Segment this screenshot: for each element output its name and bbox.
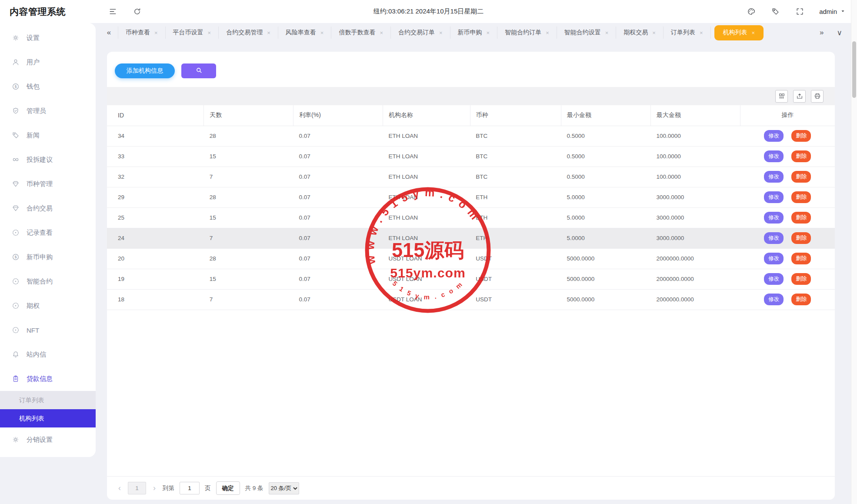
tabs-dropdown[interactable]: ∨: [837, 28, 842, 37]
sidebar-item-4[interactable]: 管理员: [0, 99, 96, 123]
sidebar-item-1[interactable]: 设置: [0, 26, 96, 50]
delete-button[interactable]: 删除: [791, 212, 811, 224]
cell-id: 32: [107, 167, 204, 187]
tab-11[interactable]: 订单列表×: [664, 27, 711, 39]
sidebar-item-16[interactable]: 分销设置: [0, 427, 96, 452]
sidebar-item-9[interactable]: 记录查看: [0, 220, 96, 245]
tab-5[interactable]: 倍数手数查看×: [331, 27, 391, 39]
sidebar-item-2[interactable]: 用户: [0, 50, 96, 74]
infinity-icon: [12, 156, 20, 164]
tag-icon[interactable]: [770, 7, 780, 17]
cell-name: USDT LOAN: [383, 269, 470, 289]
menu-fold-icon[interactable]: [108, 7, 117, 17]
columns-tool-button[interactable]: [775, 90, 788, 103]
edit-button[interactable]: 修改: [764, 171, 784, 183]
tab-2[interactable]: 平台币设置×: [166, 27, 219, 39]
tab-7[interactable]: 新币申购×: [450, 27, 498, 39]
refresh-icon[interactable]: [132, 7, 142, 17]
tab-10[interactable]: 期权交易×: [616, 27, 664, 39]
tabs-scroll-left[interactable]: «: [100, 27, 118, 39]
edit-button[interactable]: 修改: [764, 253, 784, 264]
column-header: ID: [107, 105, 204, 126]
tab-close-icon[interactable]: ×: [487, 30, 490, 36]
tabs-scroll-right[interactable]: »: [820, 28, 824, 37]
delete-button[interactable]: 删除: [791, 130, 811, 142]
fullscreen-icon[interactable]: [795, 7, 804, 17]
edit-button[interactable]: 修改: [764, 273, 784, 285]
sidebar-item-6[interactable]: 投拆建议: [0, 147, 96, 172]
cell-id: 29: [107, 187, 204, 207]
sidebar-item-label: 新币申购: [27, 253, 53, 261]
sidebar-item-10[interactable]: $新币申购: [0, 245, 96, 269]
delete-button[interactable]: 删除: [791, 232, 811, 244]
confirm-page-button[interactable]: 确定: [216, 481, 240, 495]
delete-button[interactable]: 删除: [791, 171, 811, 183]
search-button[interactable]: [181, 63, 216, 78]
sidebar-item-label: 智能合约: [27, 277, 53, 286]
tab-6[interactable]: 合约交易订单×: [391, 27, 450, 39]
tab-close-icon[interactable]: ×: [605, 30, 609, 36]
user-menu[interactable]: admin: [819, 8, 846, 15]
edit-button[interactable]: 修改: [764, 232, 784, 244]
tab-close-icon[interactable]: ×: [752, 30, 755, 36]
cell-days: 15: [204, 146, 293, 167]
tab-8[interactable]: 智能合约订单×: [497, 27, 557, 39]
tab-label: 平台币设置: [173, 29, 203, 37]
vertical-scrollbar[interactable]: [851, 0, 857, 504]
delete-button[interactable]: 删除: [791, 253, 811, 264]
sidebar-item-13[interactable]: NFT: [0, 318, 96, 342]
current-page[interactable]: 1: [128, 482, 146, 494]
delete-button[interactable]: 删除: [791, 150, 811, 162]
cell-name: ETH LOAN: [383, 146, 470, 167]
sidebar-item-label: NFT: [27, 327, 39, 334]
delete-button[interactable]: 删除: [791, 294, 811, 305]
delete-button[interactable]: 删除: [791, 273, 811, 285]
cell-max: 2000000.0000: [650, 269, 740, 289]
sidebar-item-5[interactable]: 新闻: [0, 123, 96, 147]
sidebar-item-3[interactable]: $钱包: [0, 74, 96, 99]
sidebar-item-7[interactable]: 币种管理: [0, 172, 96, 196]
tab-close-icon[interactable]: ×: [700, 30, 703, 36]
next-page-button[interactable]: ›: [151, 484, 157, 493]
palette-icon[interactable]: [746, 7, 756, 17]
tab-label: 倍数手数查看: [339, 29, 375, 37]
goto-page-input[interactable]: [180, 482, 200, 494]
print-tool-button[interactable]: [811, 90, 824, 103]
tab-9[interactable]: 智能合约设置×: [557, 27, 617, 39]
prev-page-button[interactable]: ‹: [117, 484, 123, 493]
table-row: 34280.07ETH LOANBTC0.5000100.0000修改删除: [107, 126, 835, 146]
sidebar-subitem-订单列表[interactable]: 订单列表: [0, 391, 96, 409]
sidebar-subitem-机构列表[interactable]: 机构列表: [0, 409, 96, 427]
tab-4[interactable]: 风险率查看×: [278, 27, 332, 39]
tab-close-icon[interactable]: ×: [267, 30, 270, 36]
tab-3[interactable]: 合约交易管理×: [219, 27, 278, 39]
edit-button[interactable]: 修改: [764, 294, 784, 305]
sidebar-item-label: 用户: [27, 58, 40, 67]
delete-button[interactable]: 删除: [791, 191, 811, 203]
sidebar-item-11[interactable]: 智能合约: [0, 269, 96, 294]
edit-button[interactable]: 修改: [764, 130, 784, 142]
sidebar-item-12[interactable]: 期权: [0, 294, 96, 318]
cell-days: 7: [204, 228, 293, 248]
tab-12[interactable]: 机构列表×: [714, 25, 764, 40]
tab-close-icon[interactable]: ×: [320, 30, 324, 36]
sidebar-item-8[interactable]: 合约交易: [0, 196, 96, 220]
sidebar-item-15[interactable]: 贷款信息: [0, 367, 96, 391]
export-tool-button[interactable]: [793, 90, 806, 103]
scrollbar-thumb[interactable]: [852, 41, 856, 98]
edit-button[interactable]: 修改: [764, 212, 784, 224]
tab-1[interactable]: 币种查看×: [118, 27, 166, 39]
sidebar-item-14[interactable]: 站内信: [0, 342, 96, 367]
tab-close-icon[interactable]: ×: [208, 30, 211, 36]
tab-close-icon[interactable]: ×: [546, 30, 549, 36]
tab-close-icon[interactable]: ×: [439, 30, 443, 36]
gear-icon: [12, 436, 20, 444]
edit-button[interactable]: 修改: [764, 150, 784, 162]
tab-close-icon[interactable]: ×: [380, 30, 383, 36]
page-size-select[interactable]: 20 条/页: [269, 482, 299, 494]
tab-close-icon[interactable]: ×: [652, 30, 656, 36]
add-org-button[interactable]: 添加机构信息: [115, 63, 175, 78]
org-table: ID天数利率(%)机构名称币种最小金额最大金额操作 34280.07ETH LO…: [107, 105, 835, 310]
edit-button[interactable]: 修改: [764, 191, 784, 203]
tab-close-icon[interactable]: ×: [154, 30, 158, 36]
